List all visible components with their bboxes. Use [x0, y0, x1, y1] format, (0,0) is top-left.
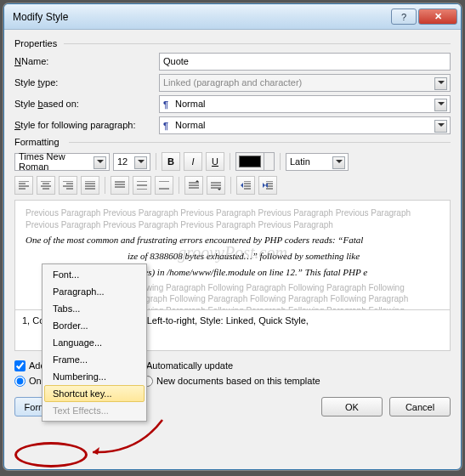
font-size-select[interactable]: 12 — [113, 153, 150, 171]
menu-font[interactable]: Font... — [44, 266, 145, 283]
titlebar[interactable]: Modify Style ? ✕ — [4, 4, 461, 30]
menu-frame[interactable]: Frame... — [44, 351, 145, 368]
formatting-group-label: Formatting — [14, 137, 451, 147]
space-before-down-button[interactable] — [207, 176, 225, 195]
preview-sample-2: ize of 8388608 bytes exhausted…” followe… — [128, 250, 439, 263]
only-doc-radio[interactable] — [14, 376, 26, 387]
based-on-label: Style based on: — [14, 99, 159, 109]
decrease-indent-button[interactable] — [236, 176, 255, 195]
menu-numbering[interactable]: Numbering... — [44, 368, 145, 385]
align-left-button[interactable] — [14, 176, 33, 195]
name-input[interactable] — [159, 53, 451, 71]
increase-indent-button[interactable] — [258, 176, 277, 195]
following-label: Style for following paragraph: — [14, 120, 159, 130]
style-type-select: Linked (paragraph and character) — [159, 74, 451, 92]
name-label: NName: — [14, 56, 159, 66]
following-select[interactable]: ¶Normal — [159, 116, 451, 134]
font-color-button[interactable] — [235, 152, 275, 171]
align-justify-button[interactable] — [81, 176, 99, 195]
modify-style-dialog: Modify Style ? ✕ Properties NName: Style… — [3, 3, 462, 470]
preview-ghost-after: Following Paragraph Following Paragraph … — [128, 282, 439, 310]
annotation-ellipse — [14, 442, 88, 468]
menu-text-effects: Text Effects... — [44, 402, 145, 419]
align-right-button[interactable] — [59, 176, 77, 195]
bold-button[interactable]: B — [162, 152, 180, 171]
auto-update-label: Automatically update — [146, 360, 233, 371]
ok-button[interactable]: OK — [321, 397, 383, 416]
align-center-button[interactable] — [37, 176, 55, 195]
close-button[interactable]: ✕ — [418, 8, 457, 25]
cancel-button[interactable]: Cancel — [389, 397, 451, 416]
menu-shortcut-key[interactable]: Shortcut key... — [44, 385, 145, 402]
menu-border[interactable]: Border... — [44, 317, 145, 334]
format-menu: Font... Paragraph... Tabs... Border... L… — [42, 264, 147, 422]
menu-tabs[interactable]: Tabs... — [44, 300, 145, 317]
help-button[interactable]: ? — [391, 8, 417, 25]
based-on-select[interactable]: ¶Normal — [159, 95, 451, 113]
font-face-select[interactable]: Times New Roman — [14, 153, 110, 171]
spacing-1-button[interactable] — [111, 176, 129, 195]
properties-group-label: Properties — [14, 38, 451, 48]
italic-button[interactable]: I — [184, 152, 202, 171]
space-before-up-button[interactable] — [184, 176, 203, 195]
preview-ghost-before: Previous Paragraph Previous Paragraph Pr… — [26, 207, 439, 230]
spacing-15-button[interactable] — [133, 176, 151, 195]
menu-paragraph[interactable]: Paragraph... — [44, 283, 145, 300]
window-title: Modify Style — [13, 11, 389, 23]
style-type-label: Style type: — [14, 77, 159, 88]
preview-sample-3: f bytes) in /home/www/file.module on lin… — [128, 266, 439, 279]
menu-language[interactable]: Language... — [44, 334, 145, 351]
new-docs-radio-label[interactable]: New documents based on this template — [142, 373, 451, 388]
spacing-2-button[interactable] — [155, 176, 173, 195]
preview-sample-1: One of the most common and frustrating e… — [26, 234, 439, 246]
underline-button[interactable]: U — [206, 152, 224, 171]
add-quick-style-checkbox[interactable] — [14, 360, 26, 371]
script-select[interactable]: Latin — [286, 153, 349, 171]
